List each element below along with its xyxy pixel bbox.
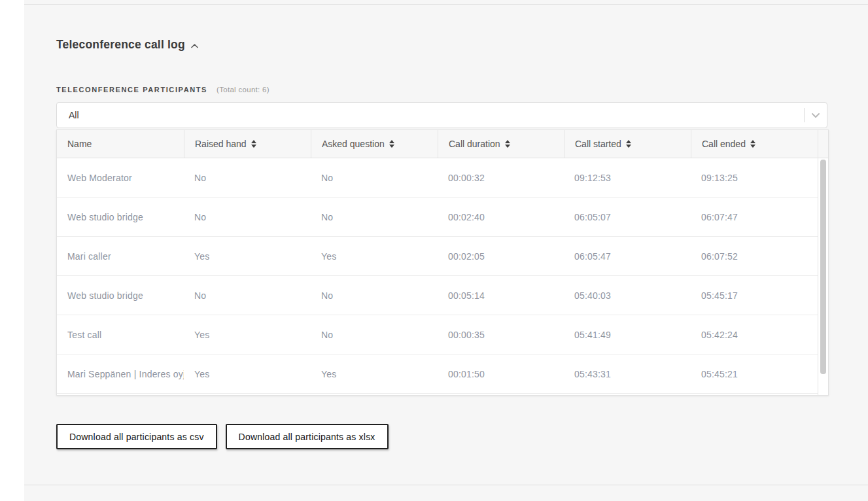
table-cell: Test call (57, 315, 184, 354)
chevron-up-icon[interactable] (190, 39, 199, 51)
table-cell: 06:05:47 (564, 237, 691, 275)
table-cell: Web studio bridge (57, 198, 184, 236)
sort-icon[interactable] (750, 140, 755, 148)
bottom-divider (24, 485, 868, 485)
column-header-call-ended[interactable]: Call ended (691, 130, 818, 158)
table-cell: 09:12:53 (564, 158, 691, 197)
table-cell: No (311, 158, 438, 197)
table-cell: Mari Seppänen | Inderes oyj (57, 354, 184, 393)
column-header-name: Name (57, 130, 184, 158)
column-header-asked-question[interactable]: Asked question (311, 130, 438, 158)
table-cell: 00:00:35 (438, 315, 564, 354)
sort-icon[interactable] (389, 140, 394, 148)
table-row: Web ModeratorNoNo00:00:3209:12:5309:13:2… (57, 158, 818, 198)
scrollbar-header-cell (818, 130, 828, 158)
download-actions: Download all participants as csv Downloa… (56, 424, 389, 449)
participants-label: TELECONFERENCE PARTICIPANTS (56, 86, 207, 94)
table-row: Web studio bridgeNoNo00:02:4006:05:0706:… (57, 198, 818, 237)
table-body: Web ModeratorNoNo00:00:3209:12:5309:13:2… (57, 158, 818, 394)
download-xlsx-button[interactable]: Download all participants as xlsx (226, 424, 389, 449)
table-cell: 05:45:21 (691, 354, 818, 393)
participants-label-row: TELECONFERENCE PARTICIPANTS (Total count… (56, 86, 269, 94)
sort-icon[interactable] (505, 140, 510, 148)
table-row: Test callYesNo00:00:3505:41:4905:42:24 (57, 315, 818, 354)
table-cell: 09:13:25 (691, 158, 818, 197)
table-cell: 06:07:47 (691, 198, 818, 236)
table-cell: No (184, 276, 311, 315)
column-header-raised-hand[interactable]: Raised hand (184, 130, 311, 158)
column-header-label: Asked question (322, 139, 385, 149)
table-cell: 05:40:03 (564, 276, 691, 315)
participants-filter-value: All (57, 110, 804, 120)
column-header-call-duration[interactable]: Call duration (438, 130, 564, 158)
table-header-row: NameRaised handAsked questionCall durati… (57, 130, 818, 158)
column-header-label: Call ended (702, 139, 746, 149)
table-cell: Yes (184, 237, 311, 275)
table-cell: No (184, 158, 311, 197)
table-cell: 00:05:14 (438, 276, 564, 315)
column-header-label: Name (67, 139, 92, 149)
column-header-label: Call started (575, 139, 621, 149)
table-cell: 06:05:07 (564, 198, 691, 236)
page-title: Teleconference call log (56, 38, 185, 52)
table-cell: Yes (184, 315, 311, 354)
table-cell: No (184, 198, 311, 236)
sort-icon[interactable] (626, 140, 631, 148)
table-cell: No (311, 276, 438, 315)
column-header-label: Call duration (449, 139, 500, 149)
table-cell: 00:00:32 (438, 158, 564, 197)
column-header-call-started[interactable]: Call started (564, 130, 691, 158)
table-scrollbar-track[interactable] (818, 130, 828, 395)
table-scrollbar-thumb[interactable] (820, 160, 826, 374)
table-cell: 05:43:31 (564, 354, 691, 393)
participants-total-count: (Total count: 6) (217, 86, 269, 94)
table-cell: Yes (311, 354, 438, 393)
table-cell: 00:02:05 (438, 237, 564, 275)
table-cell: Yes (311, 237, 438, 275)
table-cell: 00:01:50 (438, 354, 564, 393)
participants-table: NameRaised handAsked questionCall durati… (56, 130, 829, 396)
sort-icon[interactable] (251, 140, 256, 148)
top-divider (24, 4, 868, 5)
table-cell: Web Moderator (57, 158, 184, 197)
table-cell: 05:45:17 (691, 276, 818, 315)
table-row: Mari Seppänen | Inderes oyjYesYes00:01:5… (57, 354, 818, 394)
table-cell: 05:42:24 (691, 315, 818, 354)
section-collapse-toggle[interactable]: Teleconference call log (56, 38, 199, 52)
table-cell: Yes (184, 354, 311, 393)
table-row: Web studio bridgeNoNo00:05:1405:40:0305:… (57, 276, 818, 315)
download-csv-button[interactable]: Download all participants as csv (56, 424, 217, 449)
table-cell: No (311, 315, 438, 354)
table-cell: 06:07:52 (691, 237, 818, 275)
participants-filter-select[interactable]: All (56, 102, 827, 128)
column-header-label: Raised hand (195, 139, 247, 149)
table-cell: 05:41:49 (564, 315, 691, 354)
table-cell: Web studio bridge (57, 276, 184, 315)
table-row: Mari callerYesYes00:02:0506:05:4706:07:5… (57, 237, 818, 276)
table-cell: No (311, 198, 438, 236)
table-cell: 00:02:40 (438, 198, 564, 236)
chevron-down-icon[interactable] (805, 112, 827, 118)
table-cell: Mari caller (57, 237, 184, 275)
page-background: Teleconference call log TELECONFERENCE P… (24, 0, 868, 501)
